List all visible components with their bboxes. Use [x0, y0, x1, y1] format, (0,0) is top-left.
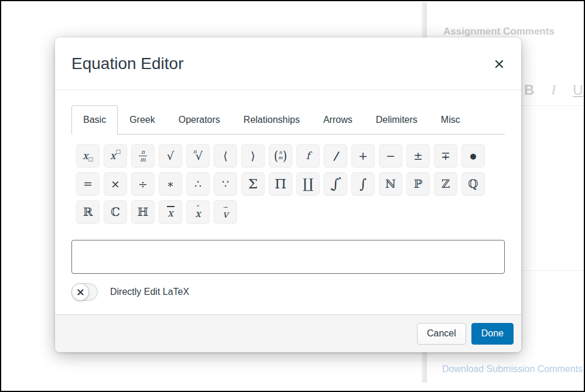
symbol-button-superscript[interactable]: x□: [104, 144, 127, 167]
tab-basic[interactable]: Basic: [71, 105, 118, 135]
symbol-button-set-quaternions[interactable]: ℍ: [131, 200, 155, 223]
symbol-button-coproduct[interactable]: ∐: [296, 172, 320, 195]
symbol-button-square-root[interactable]: √: [159, 144, 182, 167]
latex-input[interactable]: [71, 240, 505, 274]
underline-icon[interactable]: U: [573, 82, 583, 98]
done-button[interactable]: Done: [471, 323, 514, 345]
directly-edit-latex-toggle[interactable]: [71, 283, 98, 301]
toggle-off-icon: [77, 289, 84, 295]
toggle-label: Directly Edit LaTeX: [110, 287, 189, 297]
symbol-button-x-hat[interactable]: ˆx: [186, 200, 210, 223]
tab-arrows[interactable]: Arrows: [312, 105, 364, 134]
equation-editor-modal: Equation Editor BasicGreekOperatorsRelat…: [55, 37, 521, 352]
symbol-button-set-naturals[interactable]: ℕ: [379, 172, 402, 195]
download-submission-comments-link[interactable]: Download Submission Comments: [442, 364, 583, 374]
tab-operators[interactable]: Operators: [167, 105, 232, 134]
symbol-button-sum[interactable]: Σ: [241, 172, 265, 195]
symbol-button-definite-integral[interactable]: ∫: [324, 172, 347, 195]
symbol-button-divide[interactable]: ÷: [131, 172, 155, 195]
close-button[interactable]: [492, 57, 506, 71]
symbol-row: =×÷∗∴∵ΣΠ∐∫∫ℕℙℤℚ: [71, 172, 505, 195]
symbol-button-plus-minus[interactable]: ±: [406, 144, 430, 167]
bold-icon[interactable]: B: [524, 82, 534, 98]
symbol-button-left-angle-bracket[interactable]: ⟨: [214, 144, 237, 167]
italic-icon[interactable]: I: [551, 82, 556, 98]
symbol-button-x-bar[interactable]: ¯x: [159, 200, 182, 223]
toggle-knob: [71, 283, 89, 301]
symbol-button-center-dot[interactable]: ●: [461, 144, 485, 167]
symbol-button-set-integers[interactable]: ℤ: [434, 172, 457, 195]
symbol-button-equals[interactable]: =: [76, 172, 100, 195]
symbol-button-right-angle-bracket[interactable]: ⟩: [241, 144, 265, 167]
modal-title: Equation Editor: [71, 54, 183, 73]
tab-misc[interactable]: Misc: [429, 105, 472, 134]
symbol-button-asterisk[interactable]: ∗: [159, 172, 182, 195]
close-icon: [495, 60, 504, 68]
symbol-button-nth-root[interactable]: n√: [186, 144, 210, 167]
tab-list: BasicGreekOperatorsRelationshipsArrowsDe…: [71, 105, 505, 135]
tab-greek[interactable]: Greek: [118, 105, 167, 134]
modal-header: Equation Editor: [55, 37, 521, 90]
assignment-comments-heading: Assignment Comments: [443, 26, 555, 37]
symbol-button-binomial[interactable]: (nm): [269, 144, 292, 167]
modal-footer: Cancel Done: [55, 314, 521, 352]
symbol-button-times[interactable]: ×: [104, 172, 127, 195]
symbol-button-minus-plus[interactable]: ∓: [434, 144, 457, 167]
toggle-row: Directly Edit LaTeX: [71, 283, 505, 301]
screen: Assignment Comments B I U Download Submi…: [0, 0, 585, 392]
tab-relationships[interactable]: Relationships: [232, 105, 312, 134]
symbol-button-minus[interactable]: −: [379, 144, 402, 167]
symbol-row: ℝℂℍ¯xˆx→v: [71, 200, 505, 223]
modal-body: BasicGreekOperatorsRelationshipsArrowsDe…: [55, 105, 521, 301]
symbol-button-integral[interactable]: ∫: [351, 172, 375, 195]
symbol-button-plus[interactable]: +: [351, 144, 375, 167]
tab-delimiters[interactable]: Delimiters: [364, 105, 429, 134]
symbol-button-set-primes[interactable]: ℙ: [406, 172, 430, 195]
symbol-button-fraction[interactable]: nm: [131, 144, 155, 167]
comment-format-toolbar: B I U: [524, 82, 583, 98]
symbol-button-function-f[interactable]: f: [296, 144, 320, 167]
symbol-button-slash[interactable]: ∕: [324, 144, 347, 167]
symbol-button-because[interactable]: ∵: [214, 172, 237, 195]
symbol-grid: x□x□nm√n√⟨⟩(nm)f∕+−±∓●=×÷∗∴∵ΣΠ∐∫∫ℕℙℤℚℝℂℍ…: [71, 144, 505, 223]
symbol-row: x□x□nm√n√⟨⟩(nm)f∕+−±∓●: [71, 144, 505, 167]
cancel-button[interactable]: Cancel: [417, 323, 466, 345]
symbol-button-set-reals[interactable]: ℝ: [76, 200, 100, 223]
symbol-button-subscript[interactable]: x□: [76, 144, 100, 167]
symbol-button-vector-v[interactable]: →v: [214, 200, 237, 223]
symbol-button-therefore[interactable]: ∴: [186, 172, 210, 195]
symbol-button-set-rationals[interactable]: ℚ: [461, 172, 485, 195]
symbol-button-product[interactable]: Π: [269, 172, 292, 195]
symbol-button-set-complexes[interactable]: ℂ: [104, 200, 127, 223]
